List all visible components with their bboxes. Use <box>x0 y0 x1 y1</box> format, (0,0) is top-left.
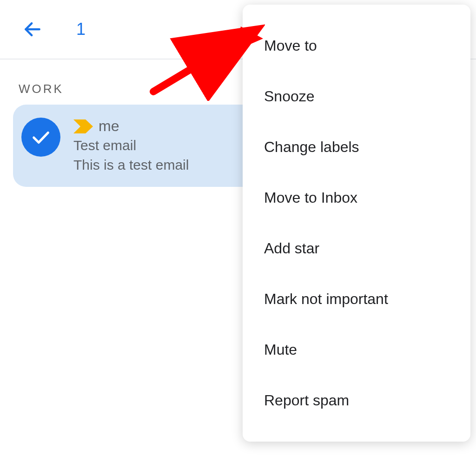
menu-item-report-spam[interactable]: Report spam <box>243 375 470 426</box>
menu-item-move-to-inbox[interactable]: Move to Inbox <box>243 172 470 223</box>
svg-marker-1 <box>73 119 93 133</box>
menu-item-move-to[interactable]: Move to <box>243 20 470 71</box>
email-text-block: me Test email This is a test email <box>73 117 189 173</box>
selection-avatar[interactable] <box>21 118 60 157</box>
email-preview: This is a test email <box>73 157 189 173</box>
menu-item-change-labels[interactable]: Change labels <box>243 122 470 172</box>
email-subject: Test email <box>73 138 189 153</box>
back-button[interactable] <box>22 19 43 40</box>
menu-item-snooze[interactable]: Snooze <box>243 71 470 122</box>
arrow-left-icon <box>22 19 43 40</box>
email-sender-line: me <box>73 118 189 135</box>
menu-item-mute[interactable]: Mute <box>243 324 470 375</box>
selected-count: 1 <box>76 20 86 39</box>
check-icon <box>30 126 52 148</box>
email-sender: me <box>99 118 119 135</box>
menu-item-add-star[interactable]: Add star <box>243 223 470 274</box>
important-marker-icon[interactable] <box>73 119 93 133</box>
menu-item-mark-not-important[interactable]: Mark not important <box>243 274 470 324</box>
context-menu: Move to Snooze Change labels Move to Inb… <box>243 5 470 442</box>
